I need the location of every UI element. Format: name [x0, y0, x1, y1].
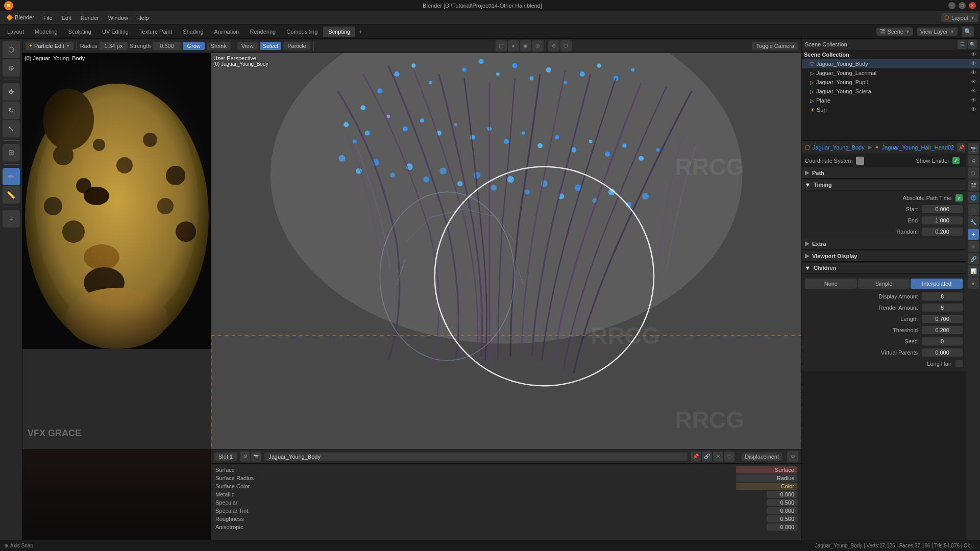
grow-button[interactable]: Grow	[183, 42, 204, 50]
shading-wire[interactable]: ◫	[496, 40, 507, 52]
mode-selector[interactable]: ✦ Particle Edit ▼	[26, 42, 74, 50]
menu-edit[interactable]: Edit	[58, 14, 76, 22]
eye-icon-collection[interactable]: 👁	[971, 51, 978, 58]
close-button[interactable]: ✕	[969, 2, 976, 9]
none-button[interactable]: None	[805, 279, 857, 289]
tool-select[interactable]: ⬡	[3, 41, 20, 58]
shading-solid[interactable]: ●	[508, 40, 519, 52]
tab-layout[interactable]: Layout	[2, 27, 29, 37]
seed-value[interactable]: 0	[922, 337, 963, 345]
layout-selector[interactable]: ⬡ Layout ▼	[941, 13, 978, 22]
particle-menu[interactable]: Particle	[283, 42, 310, 50]
outliner-scene-collection[interactable]: Scene Collection 👁	[802, 50, 980, 59]
add-workspace-tab[interactable]: +	[356, 28, 365, 36]
eye-icon-sun[interactable]: 👁	[971, 106, 978, 113]
tool-scale[interactable]: ⤡	[3, 120, 20, 137]
slot-icon-2[interactable]: 📷	[251, 452, 261, 462]
select-menu[interactable]: Select	[260, 42, 282, 50]
tab-sculpting[interactable]: Sculpting	[63, 27, 96, 37]
toggle-camera-button[interactable]: Toggle Camera	[752, 42, 798, 50]
xray-toggle[interactable]: ⬡	[560, 40, 572, 52]
overlay-toggle[interactable]: ⊕	[548, 40, 559, 52]
breadcrumb-pin[interactable]: 📌	[957, 143, 965, 152]
threshold-value[interactable]: 0.200	[922, 326, 963, 334]
tool-rotate[interactable]: ↻	[3, 102, 20, 119]
maximize-button[interactable]: □	[959, 2, 966, 9]
tab-scripting[interactable]: Scripting	[323, 27, 355, 37]
interpolated-button[interactable]: Interpolated	[911, 279, 963, 289]
slot-icon-1[interactable]: ⚙	[240, 452, 250, 462]
random-value[interactable]: 0.200	[922, 228, 963, 236]
menu-blender[interactable]: 🔶 Blender	[2, 13, 38, 22]
abs-path-checkbox[interactable]: ✓	[955, 194, 963, 202]
display-amount-value[interactable]: 8	[922, 292, 963, 300]
surface-color-value[interactable]: Color	[736, 483, 797, 490]
tool-grab[interactable]: ✥	[3, 83, 20, 101]
menu-file[interactable]: File	[39, 14, 57, 22]
slot-object-name[interactable]: Jaguar_Young_Body	[264, 453, 688, 461]
prop-world-icon[interactable]: 🌐	[968, 192, 979, 203]
end-value[interactable]: 1.000	[922, 216, 963, 224]
slot-link[interactable]: 🔗	[702, 452, 712, 462]
section-path[interactable]: ▶ Path	[802, 167, 966, 179]
strength-value[interactable]: 0.500	[153, 42, 181, 50]
tool-cursor[interactable]: ⊕	[3, 59, 20, 77]
metallic-value[interactable]: 0.000	[767, 491, 797, 498]
eye-icon-lacrimal[interactable]: 👁	[971, 69, 978, 77]
radius-value[interactable]: 1.34 px	[100, 42, 128, 50]
prop-output-icon[interactable]: 🖨	[968, 155, 979, 166]
section-timing[interactable]: ▼ Timing	[802, 180, 966, 190]
tab-animation[interactable]: Animation	[209, 27, 244, 37]
tool-annotate[interactable]: ✏	[3, 168, 20, 185]
view-layer-selector[interactable]: View Layer ▼	[917, 28, 958, 36]
prop-view-layer-icon[interactable]: ⬡	[968, 167, 979, 179]
roughness-value[interactable]: 0.500	[767, 515, 797, 522]
tool-add[interactable]: +	[3, 210, 20, 228]
outliner-jaguar-pupil[interactable]: ▷ Jaguar_Young_Pupil 👁	[802, 78, 980, 87]
prop-scene-icon[interactable]: 🎬	[968, 180, 979, 191]
tab-modeling[interactable]: Modeling	[30, 27, 63, 37]
menu-window[interactable]: Window	[104, 14, 132, 22]
breadcrumb-object[interactable]: Jaguar_Young_Body	[813, 144, 865, 151]
eye-icon-pupil[interactable]: 👁	[971, 79, 978, 86]
prop-material-icon[interactable]: ●	[968, 278, 979, 289]
scene-selector[interactable]: 🎬 Scene ▼	[876, 28, 913, 36]
prop-particles-icon[interactable]: ✦	[968, 229, 979, 240]
tab-compositing[interactable]: Compositing	[281, 27, 323, 37]
slot-settings[interactable]: ⚙	[787, 451, 798, 462]
shrink-button[interactable]: Shrink	[207, 42, 231, 50]
section-children[interactable]: ▼ Children	[802, 263, 966, 273]
shading-material[interactable]: ◉	[520, 40, 531, 52]
slot-pin[interactable]: 📌	[691, 452, 701, 462]
breadcrumb-system[interactable]: Jaguar_Young_Hair_Head02	[882, 144, 954, 151]
simple-button[interactable]: Simple	[858, 279, 910, 289]
eye-icon-sclera[interactable]: 👁	[971, 88, 978, 95]
specular-value[interactable]: 0.500	[767, 499, 797, 506]
outliner-jaguar-sclera[interactable]: ▷ Jaguar_Young_Sclera 👁	[802, 87, 980, 96]
show-emitter-checkbox[interactable]: ✓	[952, 157, 960, 164]
tab-shading[interactable]: Shading	[178, 27, 208, 37]
search-button[interactable]: 🔍	[962, 27, 974, 37]
displacement-label[interactable]: Displacement	[742, 453, 782, 461]
prop-modifier-icon[interactable]: 🔧	[968, 216, 979, 228]
outliner-plane[interactable]: ▷ Plane 👁	[802, 96, 980, 105]
length-value[interactable]: 0.700	[922, 315, 963, 323]
specular-tint-value[interactable]: 0.000	[767, 507, 797, 514]
slot-node[interactable]: ⬡	[724, 452, 734, 462]
tool-transform[interactable]: ⊞	[3, 144, 20, 161]
prop-constraints-icon[interactable]: 🔗	[968, 253, 979, 264]
start-value[interactable]: 0.000	[922, 205, 963, 213]
prop-object-icon[interactable]: ◻	[968, 204, 979, 215]
view-menu[interactable]: View	[237, 42, 258, 50]
eye-icon-body[interactable]: 👁	[971, 60, 978, 67]
section-extra[interactable]: ▶ Extra	[802, 238, 966, 249]
menu-help[interactable]: Help	[133, 14, 153, 22]
surface-radius-value[interactable]: Radius	[736, 474, 797, 482]
section-viewport-display[interactable]: ▶ Viewport Display	[802, 251, 966, 262]
prop-data-icon[interactable]: 📊	[968, 265, 979, 277]
tab-rendering[interactable]: Rendering	[244, 27, 281, 37]
slot-close[interactable]: ✕	[713, 452, 723, 462]
long-hair-checkbox[interactable]	[955, 360, 963, 367]
slot-selector[interactable]: Slot 1	[214, 453, 237, 461]
virtual-parents-value[interactable]: 0.000	[922, 348, 963, 357]
